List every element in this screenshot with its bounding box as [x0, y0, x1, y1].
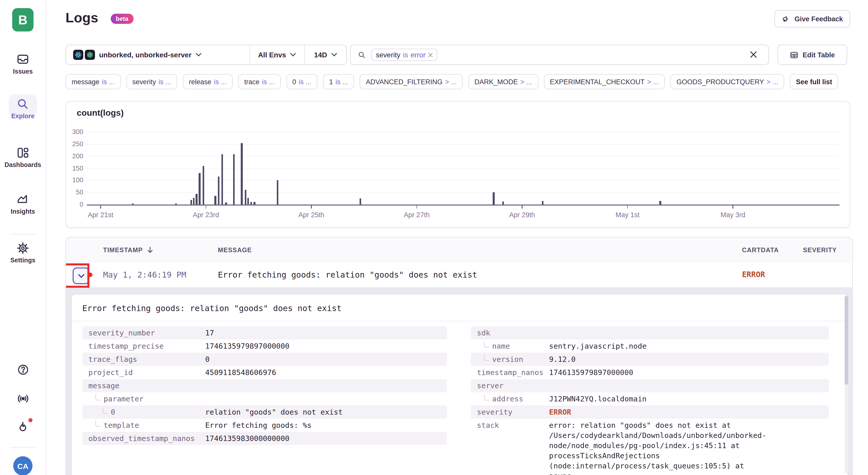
filter-chip-severity[interactable]: severityis ...: [126, 74, 177, 89]
detail-scrollbar-thumb[interactable]: [845, 296, 848, 385]
chart-bar: [502, 202, 504, 205]
x-axis-tick-label: Apr 21st: [75, 211, 126, 219]
log-severity-badge: ERROR: [742, 270, 765, 279]
environment-selector-label: All Envs: [258, 51, 286, 59]
chart-bar: [132, 203, 133, 205]
date-range-selector[interactable]: 14D: [305, 45, 346, 64]
search-icon: [0, 97, 46, 111]
edit-table-button[interactable]: Edit Table: [778, 45, 847, 65]
search-filter-token[interactable]: severity is error: [371, 49, 437, 61]
sidebar-item-settings[interactable]: Settings: [0, 242, 46, 264]
table-header: TIMESTAMP MESSAGE CARTDATA SEVERITY: [66, 238, 852, 263]
help-button[interactable]: [0, 363, 46, 376]
broadcast-icon: [0, 392, 46, 405]
filter-chip-release[interactable]: releaseis ...: [183, 74, 232, 89]
filter-chips: messageis ...severityis ...releaseis ...…: [65, 74, 784, 89]
filter-chip-trace[interactable]: traceis ...: [238, 74, 281, 89]
detail-divider: [72, 321, 848, 321]
user-avatar[interactable]: CA: [13, 456, 32, 475]
sidebar-item-issues[interactable]: Issues: [0, 53, 46, 75]
detail-row-timestamp_precise: timestamp_precise1746135979897000000: [82, 340, 447, 353]
sidebar-item-explore[interactable]: Explore: [0, 97, 46, 120]
filter-chip-DARK_MODE[interactable]: DARK_MODE> ...: [468, 74, 538, 89]
x-axis-tick-label: May 1st: [602, 211, 653, 219]
detail-row-severity: severityERROR: [471, 405, 829, 419]
chart-bar: [493, 192, 494, 205]
filter-chip-message[interactable]: messageis ...: [65, 74, 121, 89]
detail-row-server: server: [471, 379, 829, 392]
log-row[interactable]: May 1, 2:46:19 PM Error fetching goods: …: [66, 263, 852, 288]
feature-flag-chips-row: messageis ...severityis ...releaseis ...…: [65, 74, 868, 89]
filter-chip-0[interactable]: 0is ...: [286, 74, 317, 89]
sidebar-item-dashboards[interactable]: Dashboards: [0, 146, 46, 168]
column-header-severity[interactable]: SEVERITY: [803, 247, 837, 254]
remove-token-icon[interactable]: [428, 53, 433, 57]
see-full-list-chip[interactable]: See full list: [790, 74, 838, 89]
chart-bar: [190, 200, 192, 205]
gridline: [87, 144, 840, 145]
logs-page: B Issues Explore Dashboards Insights: [0, 0, 868, 475]
column-header-message[interactable]: MESSAGE: [218, 247, 252, 254]
beta-badge: beta: [111, 14, 133, 24]
project-platform-icons: [73, 50, 95, 60]
x-axis-tick: [627, 206, 628, 209]
detail-fields-left: severity_number17timestamp_precise174613…: [82, 326, 447, 445]
chart-bar: [221, 155, 223, 205]
log-timestamp: May 1, 2:46:19 PM: [103, 270, 186, 280]
detail-fields-right: sdknamesentry.javascript.nodeversion9.12…: [471, 326, 829, 475]
sort-descending-icon: [147, 247, 153, 253]
y-axis-tick-label: 250: [66, 140, 83, 148]
detail-row-severity_number: severity_number17: [82, 326, 447, 340]
notification-dot: [28, 418, 32, 422]
chart-bar: [193, 198, 195, 205]
detail-row-version: version9.12.0: [471, 353, 829, 366]
chart-bar: [215, 196, 216, 205]
broadcast-button[interactable]: [0, 392, 46, 405]
flame-icon: [0, 420, 46, 433]
x-axis-tick: [100, 206, 101, 209]
gridline: [87, 132, 840, 132]
environment-selector[interactable]: All Envs: [250, 45, 305, 64]
react-platform-icon: [73, 50, 83, 60]
whats-new-button[interactable]: [0, 420, 46, 433]
annotation-highlight-box: [65, 263, 89, 288]
filter-chip-EXPERIMENTAL_CHECKOUT[interactable]: EXPERIMENTAL_CHECKOUT> ...: [544, 74, 665, 89]
annotation-pointer: [88, 273, 92, 277]
y-axis-tick-label: 300: [66, 128, 83, 135]
detail-row-message: message: [82, 379, 447, 392]
sidebar-item-insights[interactable]: Insights: [0, 193, 46, 215]
x-axis-line: [87, 205, 840, 206]
detail-row-0: 0relation "goods" does not exist: [82, 405, 447, 419]
dashboards-icon: [0, 146, 46, 159]
detail-row-trace_flags: trace_flags0: [82, 353, 447, 366]
give-feedback-button[interactable]: Give Feedback: [775, 10, 850, 27]
chart-bar: [225, 202, 227, 205]
chart-bar: [218, 177, 219, 205]
node-platform-icon: [85, 50, 95, 60]
clear-search-icon[interactable]: [750, 51, 757, 58]
gridline: [87, 156, 840, 157]
project-selector[interactable]: unborked, unborked-server: [66, 45, 249, 64]
filter-chip-1[interactable]: 1is ...: [323, 74, 354, 89]
column-header-cartdata[interactable]: CARTDATA: [742, 247, 779, 254]
tree-elbow: [484, 342, 489, 348]
logs-table: TIMESTAMP MESSAGE CARTDATA SEVERITY May …: [65, 237, 853, 475]
issues-icon: [0, 53, 46, 66]
detail-row-sdk: sdk: [471, 326, 829, 340]
chart-bar: [542, 201, 544, 205]
detail-row-observed_timestamp_nanos: observed_timestamp_nanos1746135983000000…: [82, 432, 447, 445]
tree-elbow: [102, 408, 108, 414]
detail-row-project_id: project_id4509118548606976: [82, 366, 447, 379]
filter-chip-ADVANCED_FILTERING[interactable]: ADVANCED_FILTERING> ...: [360, 74, 463, 89]
chart-bar: [253, 202, 255, 205]
y-axis-tick-label: 100: [66, 176, 83, 184]
y-axis-tick-label: 50: [66, 188, 83, 196]
chart-bar: [277, 180, 279, 205]
filter-chip-GOODS_PRODUCTQUERY[interactable]: GOODS_PRODUCTQUERY> ...: [671, 74, 784, 89]
column-header-timestamp[interactable]: TIMESTAMP: [103, 247, 153, 254]
org-logo[interactable]: B: [12, 8, 33, 31]
y-axis-tick-label: 200: [66, 152, 83, 160]
date-range-label: 14D: [314, 51, 327, 59]
log-search-input[interactable]: severity is error: [350, 45, 769, 65]
detail-title: Error fetching goods: relation "goods" d…: [82, 303, 342, 313]
